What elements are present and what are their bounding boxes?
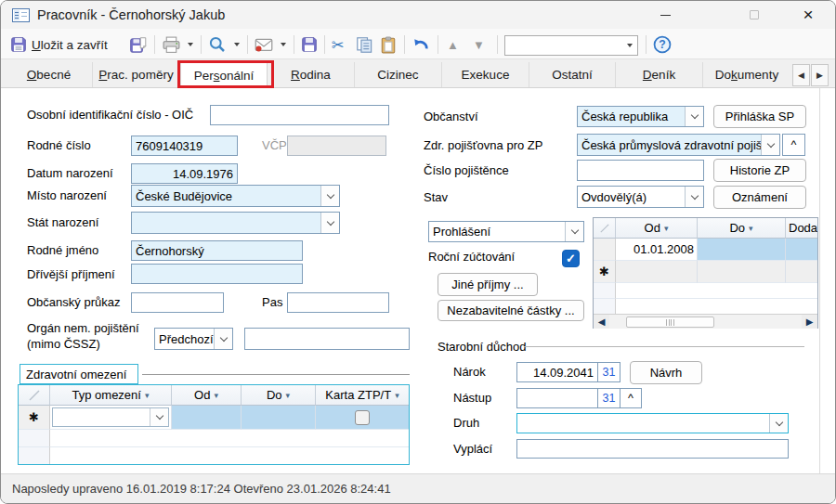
nastup-expand-button[interactable]: ^ bbox=[620, 388, 642, 408]
grid-header-do[interactable]: Do▾ bbox=[698, 218, 786, 239]
grid-header-do[interactable]: Do▾ bbox=[242, 385, 316, 406]
obcanstvi-combo[interactable]: Česká republika bbox=[577, 106, 704, 127]
maximize-button[interactable] bbox=[733, 1, 776, 29]
grid-cell-typ-omezeni[interactable] bbox=[50, 406, 172, 430]
cut-button[interactable]: ✂ bbox=[332, 34, 344, 55]
tab-scroll-left-button[interactable]: ◀ bbox=[792, 64, 810, 86]
obcansky-prukaz-input[interactable] bbox=[131, 292, 224, 313]
prohlaseni-combo[interactable]: Prohlášení bbox=[428, 221, 584, 242]
cislo-pojistence-input[interactable] bbox=[577, 160, 704, 181]
pas-input[interactable] bbox=[287, 292, 389, 313]
stav-combo[interactable]: Ovdovělý(á) bbox=[577, 186, 704, 208]
misto-narozeni-combo[interactable]: České Budějovice bbox=[131, 185, 340, 207]
save-record-button[interactable] bbox=[301, 34, 318, 55]
zdr-pojistovna-expand-button[interactable]: ^ bbox=[782, 134, 805, 156]
scroll-left-button[interactable]: ◀ bbox=[594, 315, 609, 329]
grid-cell[interactable] bbox=[616, 261, 698, 283]
chevron-down-icon[interactable] bbox=[685, 187, 703, 207]
organ-nem-pojisteni-combo[interactable]: Předchozí bbox=[154, 328, 233, 350]
rocni-zuctovani-checkbox[interactable]: ✓ bbox=[562, 250, 580, 267]
zdr-pojistovna-combo[interactable]: Česká průmyslová zdravotní pojišťovna bbox=[577, 134, 780, 156]
scroll-right-icon: ▶ bbox=[806, 317, 814, 327]
chevron-down-icon[interactable] bbox=[761, 135, 779, 155]
nezabavitelne-castky-button[interactable]: Nezabavitelné částky ... bbox=[438, 300, 584, 321]
toolbar-search-combo[interactable] bbox=[504, 35, 638, 56]
save-as-button[interactable] bbox=[129, 34, 148, 55]
tab-denik[interactable]: Deník bbox=[616, 62, 703, 87]
grid-cell-do[interactable] bbox=[698, 239, 786, 261]
grid-empty-row bbox=[50, 447, 409, 464]
nastup-calendar-button[interactable]: 31 bbox=[597, 388, 620, 408]
tab-obecne[interactable]: Obecné bbox=[6, 62, 93, 87]
nastup-date-input[interactable] bbox=[516, 388, 598, 408]
grid-cell[interactable] bbox=[786, 261, 817, 283]
grid-cell-karta-ztpt[interactable] bbox=[316, 406, 409, 430]
grid-header-doda[interactable]: Doda bbox=[786, 218, 817, 239]
grid-header-karta-ztpt[interactable]: Karta ZTP/T▾ bbox=[316, 385, 409, 406]
chevron-down-icon[interactable] bbox=[769, 414, 788, 433]
undo-button[interactable] bbox=[411, 34, 430, 55]
left-arrow-icon: ◀ bbox=[798, 71, 804, 80]
next-record-button[interactable]: ▼ bbox=[473, 34, 485, 55]
grid-header-od[interactable]: Od▾ bbox=[616, 218, 698, 239]
grid-cell-od[interactable]: 01.01.2008 bbox=[616, 239, 698, 261]
druh-combo[interactable] bbox=[516, 413, 789, 433]
send-email-button[interactable] bbox=[255, 34, 273, 55]
grid-cell-doda[interactable] bbox=[786, 239, 817, 261]
minimize-button[interactable] bbox=[644, 1, 686, 29]
tab-dokumenty[interactable]: Dokumenty bbox=[703, 62, 790, 87]
tab-ostatni[interactable]: Ostatní bbox=[529, 62, 616, 87]
grid-header-typ-omezeni[interactable]: Typ omezení▾ bbox=[50, 385, 172, 406]
grid-cell-do[interactable] bbox=[242, 406, 316, 430]
scrollbar-track[interactable] bbox=[609, 315, 802, 329]
jine-prijmy-button[interactable]: Jiné příjmy ... bbox=[438, 273, 538, 296]
chevron-down-icon[interactable] bbox=[685, 107, 703, 126]
grid-cell-od[interactable] bbox=[172, 406, 242, 430]
historie-zp-button[interactable]: Historie ZP bbox=[713, 159, 806, 182]
chevron-down-icon[interactable] bbox=[150, 408, 168, 426]
navrh-button[interactable]: Návrh bbox=[630, 361, 702, 384]
vyplaci-input[interactable] bbox=[516, 439, 789, 459]
grid-horizontal-scrollbar[interactable]: ◀ ▶ bbox=[594, 314, 817, 329]
scrollbar-thumb[interactable] bbox=[626, 317, 714, 328]
grid-selector-header bbox=[594, 218, 616, 239]
narok-calendar-button[interactable]: 31 bbox=[597, 362, 620, 382]
narok-date-input[interactable]: 14.09.2041 bbox=[516, 362, 598, 382]
grid-cell[interactable] bbox=[698, 261, 786, 283]
previous-record-button[interactable]: ▲ bbox=[447, 34, 459, 55]
oic-input[interactable] bbox=[210, 105, 389, 125]
grid-header-od[interactable]: Od▾ bbox=[172, 385, 242, 406]
print-button[interactable] bbox=[162, 34, 181, 55]
sort-arrow-icon: ▾ bbox=[286, 391, 291, 400]
tab-personalni[interactable]: Personální bbox=[180, 62, 268, 88]
help-button[interactable]: ? bbox=[653, 34, 672, 55]
ztpt-checkbox[interactable] bbox=[355, 410, 370, 425]
save-and-close-button[interactable]: Uložit a zavřít bbox=[10, 34, 108, 55]
copy-button[interactable] bbox=[356, 34, 373, 55]
tab-prac-pomery[interactable]: Prac. poměry bbox=[93, 62, 180, 87]
tab-scroll-right-button[interactable]: ▶ bbox=[811, 64, 829, 86]
prihlaska-sp-button[interactable]: Přihláška SP bbox=[713, 105, 806, 128]
tab-cizinec[interactable]: Cizinec bbox=[355, 62, 442, 87]
drivejsi-prijmeni-input[interactable] bbox=[131, 264, 303, 284]
close-button[interactable]: × bbox=[787, 1, 829, 29]
grid-row-selector bbox=[594, 299, 616, 314]
paste-button[interactable] bbox=[380, 34, 397, 55]
print-dropdown[interactable] bbox=[184, 36, 196, 53]
email-dropdown[interactable] bbox=[277, 36, 289, 53]
print-preview-button[interactable] bbox=[208, 34, 227, 55]
oznameni-button[interactable]: Oznámení bbox=[713, 186, 806, 209]
tab-exekuce[interactable]: Exekuce bbox=[442, 62, 529, 87]
scroll-right-button[interactable]: ▶ bbox=[802, 315, 817, 329]
organ-nem-pojisteni-input[interactable] bbox=[244, 328, 410, 350]
rodne-jmeno-input[interactable]: Černohorský bbox=[131, 240, 303, 261]
chevron-down-icon[interactable] bbox=[320, 213, 339, 233]
chevron-down-icon[interactable] bbox=[320, 186, 339, 206]
preview-dropdown[interactable] bbox=[230, 36, 242, 53]
datum-narozeni-input[interactable]: 14.09.1976 bbox=[131, 163, 238, 184]
stat-narozeni-combo[interactable] bbox=[131, 212, 340, 234]
chevron-down-icon[interactable] bbox=[214, 329, 232, 349]
tab-rodina[interactable]: Rodina bbox=[268, 62, 355, 87]
rodne-cislo-input[interactable]: 7609140319 bbox=[131, 136, 238, 156]
chevron-down-icon[interactable] bbox=[565, 222, 583, 241]
